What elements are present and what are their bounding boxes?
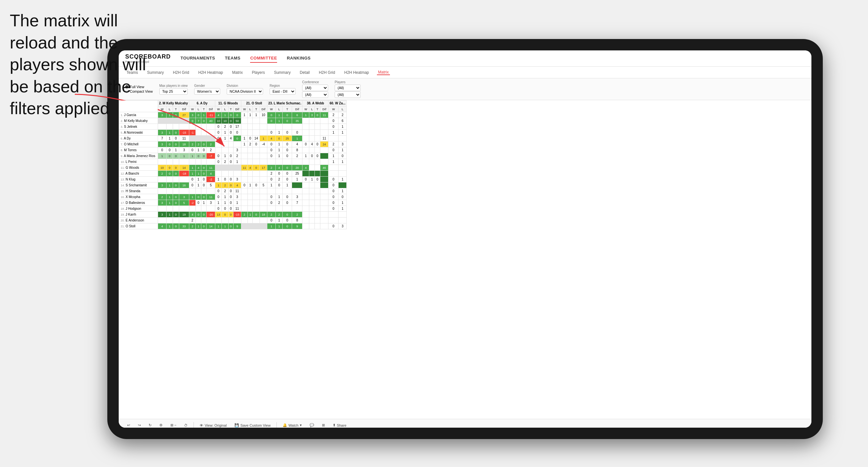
nav-teams[interactable]: TEAMS [225,54,240,63]
cell [196,188,201,194]
cell: -20 [207,212,215,218]
cell [166,218,173,223]
cell: 0 [267,112,275,118]
sub-nav-h2h-heatmap1[interactable]: H2H Heatmap [197,70,224,75]
cell [189,188,195,194]
wlt-t3: T [228,106,233,112]
cell: 0 [292,130,303,135]
sub-nav-h2h-heatmap2[interactable]: H2H Heatmap [343,70,370,75]
players-select2[interactable]: (All) [335,91,361,98]
cell: 0 [283,165,292,171]
cell: 0 [228,177,233,182]
sub-nav-players[interactable]: Players [250,70,266,75]
watch-btn[interactable]: 🔔 Watch ▾ [281,422,304,428]
sub-nav-detail[interactable]: Detail [299,70,311,75]
cell [309,124,315,130]
cell: 27 [179,112,189,118]
table-row: 21. O Stoll 4 1 0 33 2 1 0 14 1 1 0 9 [119,223,347,229]
table-row: 10. L Perini 0 2 0 1 [119,159,347,165]
cell [309,171,315,177]
refresh-btn[interactable]: ↻ [147,422,154,428]
conference-select[interactable]: (All) [302,85,328,91]
wlt-t2: T [201,106,207,112]
cell [276,206,283,212]
cell [179,218,189,223]
cell [303,147,309,153]
cell: 2 [207,147,215,153]
table-row: 6. A Dy 7 1 0 11 0 1 4 0 1 0 [119,135,347,142]
cell [189,159,195,165]
cell: 0 [173,165,179,171]
filter-bar: Full View Compact View Max players in vi… [119,79,811,100]
cell: 11 [233,206,241,212]
cell [173,124,179,130]
cell: -7 [207,153,215,159]
nav-tournaments[interactable]: TOURNAMENTS [181,54,215,63]
save-icon: 💾 [235,423,239,427]
share-btn[interactable]: ⬆ Share [331,422,348,428]
zoom-btn[interactable]: ⊞ − [168,422,178,428]
undo-btn[interactable]: ↩ [125,422,132,428]
view-original-btn[interactable]: 👁 View: Original [198,423,229,428]
matrix-area[interactable]: 2. M Kelly Mulcahy 6. A Dy 11. G Woods 2… [119,100,811,419]
cell: 1 [276,112,283,118]
max-players-select[interactable]: Top 25 Top 10 Top 50 [159,88,188,95]
sub-nav-matrix1[interactable]: Matrix [231,70,244,75]
cell [248,177,253,182]
save-custom-btn[interactable]: 💾 Save Custom View [232,422,273,428]
cell [179,188,189,194]
cell: 0 [201,194,207,200]
header-empty [119,100,158,112]
cell: 4 [228,135,233,142]
comment-btn[interactable]: 💬 [308,422,316,428]
sub-nav-summary2[interactable]: Summary [273,70,292,75]
table-row: 18. J Hodgson 0 0 0 11 [119,206,347,212]
division-select[interactable]: NCAA Division II NCAA Division I [227,88,263,95]
wlt-dif1: Dif [179,106,189,112]
conference-select2[interactable]: (All) [302,91,328,98]
cell [222,218,228,223]
cell [215,218,221,223]
nav-committee[interactable]: COMMITTEE [250,54,277,63]
sub-nav-h2h-grid1[interactable]: H2H Grid [172,70,191,75]
players-select[interactable]: (All) [335,85,361,91]
cell [248,188,253,194]
cell [201,124,207,130]
cell [260,118,267,124]
cell [248,147,253,153]
wlt-t1: T [173,106,179,112]
nav-rankings[interactable]: RANKINGS [287,54,311,63]
cell: 17 [260,165,267,171]
cell: 0 [201,118,207,124]
redo-btn[interactable]: ↪ [136,422,143,428]
clock-btn[interactable]: ⏱ [182,423,190,428]
gender-select[interactable]: Women's Men's [194,88,220,95]
cell: 1 [189,171,195,177]
sub-nav-matrix2[interactable]: Matrix [377,70,390,75]
player-name: 3. S Jelinek [119,124,158,130]
toolbar: ↩ ↪ ↻ ⚙ ⊞ − ⏱ 👁 View: Original 💾 Save Cu… [119,419,811,428]
cell: 0 [283,153,292,159]
cell [215,147,221,153]
cell: 1 [329,159,339,165]
share-label: Share [337,424,346,427]
settings-btn[interactable]: ⚙ [157,422,164,428]
cell [158,206,166,212]
cell [315,218,320,223]
cell: 1 [215,182,221,188]
sub-nav-h2h-grid2[interactable]: H2H Grid [317,70,336,75]
col-header-2: 6. A Dy [189,100,215,106]
cell: 2 [276,200,283,206]
cell [303,188,309,194]
cell [173,188,179,194]
cell: 3 [339,223,347,229]
grid-btn[interactable]: ⊞ [320,422,327,428]
cell [320,130,329,135]
cell: 0 [166,142,173,147]
cell: 11 [207,165,215,171]
cell: 1 [158,153,166,159]
cell: 8 [292,147,303,153]
cell: 1 [276,142,283,147]
cell: 0 [267,194,275,200]
region-select[interactable]: East - DII West - DII (All) [270,88,296,95]
